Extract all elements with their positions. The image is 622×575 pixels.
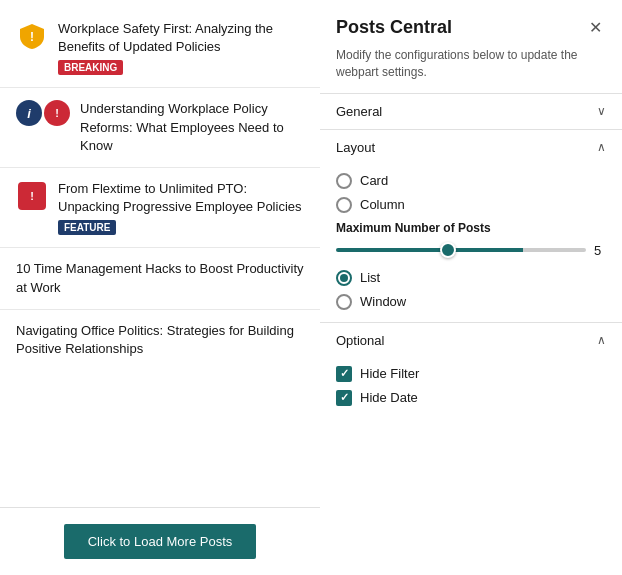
- general-chevron: ∨: [597, 104, 606, 118]
- shield-icon: !: [16, 20, 48, 52]
- list-item: Navigating Office Politics: Strategies f…: [0, 310, 320, 370]
- list-item: i ! Understanding Workplace Policy Refor…: [0, 88, 320, 168]
- optional-checkbox-group: Hide Filter Hide Date: [336, 366, 606, 406]
- hide-filter-label: Hide Filter: [360, 366, 419, 381]
- hide-date-label: Hide Date: [360, 390, 418, 405]
- load-more-container: Click to Load More Posts: [0, 507, 320, 575]
- general-label: General: [336, 104, 382, 119]
- radio-column[interactable]: Column: [336, 197, 606, 213]
- post-title: From Flextime to Unlimited PTO: Unpackin…: [58, 180, 304, 216]
- layout-radio-group: Card Column: [336, 173, 606, 213]
- svg-text:!: !: [30, 30, 34, 44]
- checkbox-hide-date[interactable]: Hide Date: [336, 390, 606, 406]
- left-panel: ! Workplace Safety First: Analyzing the …: [0, 0, 320, 575]
- radio-window-circle: [336, 294, 352, 310]
- layout-chevron: ∧: [597, 140, 606, 154]
- post-content: Navigating Office Politics: Strategies f…: [16, 322, 304, 358]
- post-content: From Flextime to Unlimited PTO: Unpackin…: [58, 180, 304, 235]
- radio-list-label: List: [360, 270, 380, 285]
- optional-section-header[interactable]: Optional ∧: [320, 322, 622, 358]
- radio-column-circle: [336, 197, 352, 213]
- max-posts-slider[interactable]: [336, 248, 586, 252]
- post-title: 10 Time Management Hacks to Boost Produc…: [16, 260, 304, 296]
- slider-label: Maximum Number of Posts: [336, 221, 606, 235]
- posts-list: ! Workplace Safety First: Analyzing the …: [0, 0, 320, 507]
- optional-chevron: ∧: [597, 333, 606, 347]
- layout-radio-group-2: List: [336, 270, 606, 286]
- post-content: Understanding Workplace Policy Reforms: …: [80, 100, 304, 155]
- slider-value: 5: [594, 243, 606, 258]
- radio-window-label: Window: [360, 294, 406, 309]
- radio-column-label: Column: [360, 197, 405, 212]
- slider-row: 5: [336, 243, 606, 258]
- list-item: ! From Flextime to Unlimited PTO: Unpack…: [0, 168, 320, 248]
- post-badge: BREAKING: [58, 60, 123, 75]
- list-item: 10 Time Management Hacks to Boost Produc…: [0, 248, 320, 309]
- radio-list[interactable]: List: [336, 270, 606, 286]
- optional-section-content: Hide Filter Hide Date: [320, 358, 622, 418]
- layout-label: Layout: [336, 140, 375, 155]
- layout-radio-group-3: Window: [336, 294, 606, 310]
- post-content: 10 Time Management Hacks to Boost Produc…: [16, 260, 304, 296]
- layout-section-header[interactable]: Layout ∧: [320, 129, 622, 165]
- general-section-header[interactable]: General ∨: [320, 93, 622, 129]
- info-icon: i: [16, 100, 42, 126]
- post-title: Navigating Office Politics: Strategies f…: [16, 322, 304, 358]
- panel-header: Posts Central ✕: [320, 0, 622, 47]
- post-content: Workplace Safety First: Analyzing the Be…: [58, 20, 304, 75]
- load-more-button[interactable]: Click to Load More Posts: [64, 524, 257, 559]
- radio-card[interactable]: Card: [336, 173, 606, 189]
- right-panel: Posts Central ✕ Modify the configuration…: [320, 0, 622, 575]
- optional-label: Optional: [336, 333, 384, 348]
- hide-date-checkbox: [336, 390, 352, 406]
- alert-icon: !: [44, 100, 70, 126]
- list-item: ! Workplace Safety First: Analyzing the …: [0, 8, 320, 88]
- post-title: Workplace Safety First: Analyzing the Be…: [58, 20, 304, 56]
- checkbox-hide-filter[interactable]: Hide Filter: [336, 366, 606, 382]
- panel-title: Posts Central: [336, 17, 452, 38]
- post-title: Understanding Workplace Policy Reforms: …: [80, 100, 304, 155]
- double-icon: i !: [16, 100, 70, 126]
- hide-filter-checkbox: [336, 366, 352, 382]
- radio-window[interactable]: Window: [336, 294, 606, 310]
- radio-card-circle: [336, 173, 352, 189]
- post-badge: FEATURE: [58, 220, 116, 235]
- alert-box-icon: !: [16, 180, 48, 212]
- close-button[interactable]: ✕: [585, 16, 606, 39]
- panel-subtitle: Modify the configurations below to updat…: [320, 47, 622, 93]
- layout-section-content: Card Column Maximum Number of Posts 5 Li…: [320, 165, 622, 322]
- radio-list-circle: [336, 270, 352, 286]
- radio-card-label: Card: [360, 173, 388, 188]
- slider-section: Maximum Number of Posts 5: [336, 213, 606, 270]
